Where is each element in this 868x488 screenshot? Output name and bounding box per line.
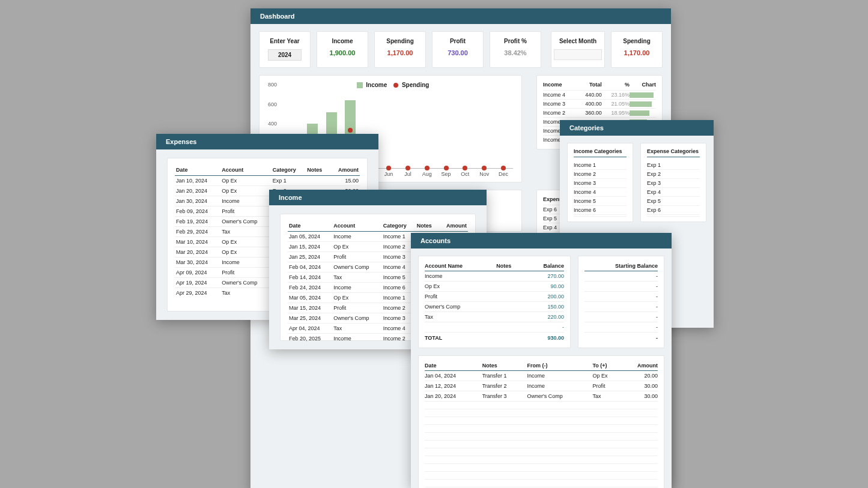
expenses-title: Expenses [156,134,378,149]
income-category-item[interactable]: Income 5 [574,197,627,206]
transfer-row-empty[interactable] [425,409,658,417]
balance-row[interactable]: Tax220.00 [425,312,564,322]
cell-total: 400.00 [577,100,602,109]
starting-balance-row[interactable]: - [584,312,658,322]
expense-row[interactable]: Jan 10, 2024Op ExExp 115.00 [175,176,360,186]
cell-date: Feb 09, 2024 [175,206,220,217]
transfer-row-empty[interactable] [425,425,658,433]
starting-balance-row[interactable]: - [584,271,658,282]
cell-name: Owner's Comp [425,302,496,312]
transfer-row[interactable]: Jan 04, 2024Transfer 1IncomeOp Ex20.00 [425,371,658,381]
income-breakdown-row[interactable]: Income 4440.0023.16% [543,91,656,100]
starting-balance-row[interactable]: - [584,292,658,302]
cell-total: 360.00 [577,109,602,118]
starting-balance-row[interactable]: - [584,282,658,292]
income-category-item[interactable]: Income 2 [574,170,627,179]
year-input[interactable]: 2024 [268,49,302,61]
cell-notes [496,282,524,292]
cell-account: Income [220,196,272,206]
transfer-row-empty[interactable] [425,472,658,480]
cell: - [584,282,658,292]
income-breakdown-row[interactable]: Income 2360.0018.95% [543,109,656,118]
y-tick: 800 [268,82,277,88]
kpi-profitpct-label: Profit % [493,38,538,44]
month-select[interactable] [554,49,602,60]
cell-date: Jan 25, 2024 [288,252,332,262]
transfer-row[interactable]: Jan 12, 2024Transfer 2IncomeProfit30.00 [425,381,658,391]
account-balances-table: Account Name Notes Balance Income270.00O… [425,261,564,343]
transfer-row-empty[interactable] [425,441,658,448]
balance-row[interactable]: Profit200.00 [425,292,564,302]
cell-minibar [630,109,656,118]
cell: - [584,292,658,302]
expense-category-item[interactable]: Exp 5 [647,197,700,206]
expense-category-item[interactable]: Exp 4 [647,188,700,197]
cell-minibar [630,91,656,100]
balance-row[interactable]: Owner's Comp150.00 [425,302,564,312]
transfer-row-empty[interactable] [425,402,658,409]
cell-name: Income [425,271,496,282]
kpi-year: Enter Year 2024 [259,31,311,68]
expense-categories-header: Expense Categories [647,148,700,157]
tx-col-date: Date [425,361,482,371]
cell-amount: 20.00 [620,371,658,381]
col-chart: Chart [630,80,656,91]
income-category-item[interactable]: Income 3 [574,179,627,188]
transfer-row-empty[interactable] [425,464,658,472]
tx-col-notes: Notes [482,361,527,371]
balance-row[interactable]: Income270.00 [425,271,564,282]
cell-account: Op Ex [332,293,381,303]
x-tick: Jul [398,171,417,177]
transfer-row-empty[interactable] [425,480,658,487]
cell-notes [496,302,524,312]
bal-col-name: Account Name [425,261,496,271]
cell-notes [306,176,329,186]
cell-balance: 200.00 [525,292,564,302]
transfer-row-empty[interactable] [425,448,658,456]
chart-dot [501,166,506,170]
transfer-row-empty[interactable] [425,456,658,464]
chart-dot [463,166,467,170]
cell-date: Feb 24, 2024 [288,283,332,293]
expense-category-item[interactable]: Exp 3 [647,179,700,188]
cell-notes [496,312,524,322]
cell-date: Jan 20, 2024 [175,186,220,196]
transfer-row[interactable]: Jan 20, 2024Transfer 3Owner's CompTax30.… [425,391,658,402]
transfer-row-empty[interactable] [425,417,658,425]
exp-col-notes: Notes [306,164,329,176]
balance-row[interactable]: - [425,322,564,333]
kpi-profitpct-value: 38.42% [493,49,538,56]
cell-date: Jan 20, 2024 [425,391,482,402]
income-breakdown-row[interactable]: Income 3400.0021.05% [543,100,656,109]
start-balance-header: Starting Balance [584,261,658,271]
cell-account: Tax [332,273,381,283]
income-category-item[interactable]: Income 6 [574,206,627,215]
transfer-row-empty[interactable] [425,433,658,441]
x-tick: Sep [437,171,456,177]
cell-from: Owner's Comp [527,391,593,402]
expense-category-item[interactable]: Exp 1 [647,161,700,170]
expense-category-item[interactable]: Exp 2 [647,170,700,179]
cell-balance: 150.00 [525,302,564,312]
expense-category-item[interactable]: Exp 6 [647,206,700,215]
balance-row[interactable]: Op Ex90.00 [425,282,564,292]
categories-columns: Income Categories Income 1Income 2Income… [567,143,706,222]
cell-account: Owner's Comp [220,278,272,288]
transfers-card: Date Notes From (-) To (+) Amount Jan 04… [418,355,664,488]
cell-pct: 18.95% [602,109,630,118]
expense-categories-box: Expense Categories Exp 1Exp 2Exp 3Exp 4E… [640,143,706,222]
kpi-spending2-value: 1,170.00 [614,49,660,56]
kpi-income: Income 1,900.00 [317,31,368,68]
transfers-table: Date Notes From (-) To (+) Amount Jan 04… [425,361,658,488]
income-category-item[interactable]: Income 4 [574,188,627,197]
legend-income-label: Income [366,82,387,88]
starting-balance-row[interactable]: - [584,322,658,333]
starting-balance-table: Starting Balance ------ - [584,261,658,343]
income-category-item[interactable]: Income 1 [574,161,627,170]
account-balances-card: Account Name Notes Balance Income270.00O… [418,256,571,348]
cell-amount: 15.00 [329,176,360,186]
kpi-profit-value: 730.00 [435,49,481,56]
cell-name: Income 4 [543,91,577,100]
starting-balance-row[interactable]: - [584,302,658,312]
exp-col-account: Account [220,164,272,176]
